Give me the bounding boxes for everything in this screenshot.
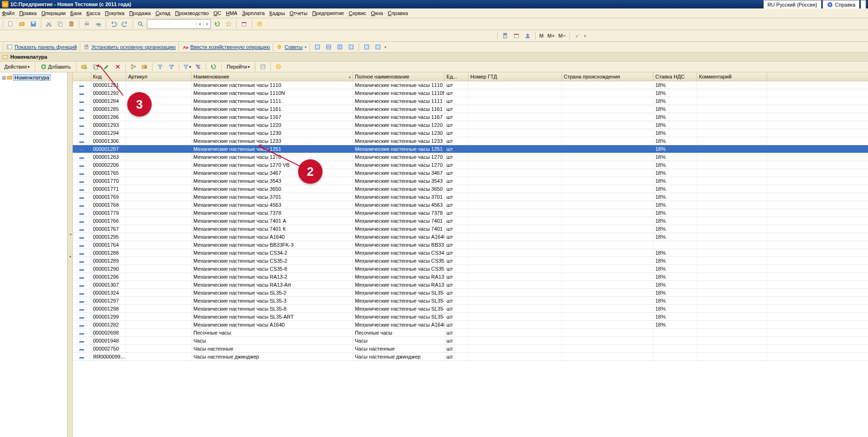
menu-item[interactable]: Банк [70,10,82,16]
table-row[interactable]: ▬000001284Механические настенные часы 11… [73,97,868,105]
user-icon[interactable] [523,31,532,40]
splitter-left[interactable]: ◂ [68,72,73,437]
col-gtd[interactable]: Номер ГТД [469,72,562,81]
menu-item[interactable]: ОС [214,10,222,16]
table-row[interactable]: ▬000001298Механические настенные часы SL… [73,305,868,313]
menu-item[interactable]: Зарплата [242,10,265,16]
search-input[interactable] [147,20,196,28]
table-row[interactable]: ▬000001294Механические настенные часы 12… [73,129,868,137]
tabs-dropdown[interactable]: ▾ [860,0,866,8]
table-row[interactable]: ▬000001285Механические настенные часы 11… [73,105,868,113]
window-tab-label[interactable]: Номенклатура [10,54,47,60]
filter1-icon[interactable] [155,62,165,71]
hierarchy-icon[interactable] [129,62,138,71]
combo-clear-icon[interactable]: × [203,22,210,27]
table-row[interactable]: ▬000001779Механические настенные часы 73… [73,209,868,217]
table-row[interactable]: ▬000001948ЧасыЧасышт [73,337,868,345]
table-row[interactable]: ▬000001293Механические настенные часы 12… [73,121,868,129]
new-doc-icon[interactable] [6,19,15,29]
info-icon[interactable]: i [255,19,264,29]
table-row[interactable]: ▬000001286Механические настенные часы 11… [73,113,868,121]
menu-item[interactable]: Производство [175,10,209,16]
table-row[interactable]: ▬000001769Механические настенные часы 37… [73,193,868,201]
menu-item[interactable]: Предприятие [312,10,344,16]
search-icon[interactable] [136,19,145,29]
col-comment[interactable]: Комментарий [697,72,767,81]
help2-icon[interactable]: ? [274,62,283,71]
menu-item[interactable]: Кадры [269,10,285,16]
table-row[interactable]: ▬000001307Механические настенные часы RA… [73,281,868,289]
table-row[interactable]: ▬000001288Механические настенные часы CS… [73,249,868,257]
table-row[interactable]: ▬000001768Механические настенные часы 45… [73,201,868,209]
col-full[interactable]: Полное наименование [353,72,445,81]
save-icon[interactable] [29,19,38,29]
goto-button[interactable]: Перейти▾ [224,62,253,71]
table-row[interactable]: ▬000001324Механические настенные часы SL… [73,289,868,297]
favorites-icon[interactable] [224,19,233,29]
table-row[interactable]: ▬000001765Механические настенные часы 34… [73,169,868,177]
paste-icon[interactable] [67,19,76,29]
table-row[interactable]: ▬000001289Механические настенные часы CS… [73,257,868,265]
menu-item[interactable]: Касса [86,10,100,16]
filter-off-icon[interactable] [193,62,203,71]
menu-item[interactable]: Окна [371,10,383,16]
col-unit[interactable]: Ед... [445,72,469,81]
menu-item[interactable]: Покупка [105,10,125,16]
table-row[interactable]: ▬000001297Механические настенные часы SL… [73,297,868,305]
refresh2-icon[interactable] [209,62,218,71]
table-row[interactable]: ▬000001770Механические настенные часы 35… [73,177,868,185]
table-row[interactable]: ▬000001771Механические настенные часы 36… [73,185,868,193]
menu-item[interactable]: Сервис [349,10,367,16]
table-row[interactable]: ▬000001295Механические настенные часы A1… [73,233,868,241]
filter3-icon[interactable]: ▾ [182,62,192,71]
menu-item[interactable]: Продажа [129,10,151,16]
expand-icon[interactable]: ⊞ [1,75,7,81]
col-art[interactable]: Артикул [126,72,192,81]
table-row[interactable]: ▬000001296Механические настенные часы RA… [73,273,868,281]
table-row[interactable]: ▬000001282Механические настенные часы А1… [73,321,868,329]
tree-root-label[interactable]: Номенклатура [13,74,51,81]
col-country[interactable]: Страна происхождения [562,72,653,81]
add-button[interactable]: Добавить [38,62,73,71]
calendar-icon[interactable] [239,19,249,29]
redo-icon[interactable] [120,19,130,29]
report5-icon[interactable] [362,42,371,52]
actions-button[interactable]: Действия▾ [2,62,32,71]
set-org-link[interactable]: Установить основную организацию [92,44,176,50]
table-row[interactable]: ▬000001287Механические настенные часы 12… [73,145,868,153]
menu-item[interactable]: Отчеты [290,10,307,16]
report3-icon[interactable] [335,42,345,52]
table-row[interactable]: ▬000001767Механические настенные часы 74… [73,225,868,233]
add-folder-icon[interactable] [79,62,89,71]
delete-icon[interactable] [113,62,123,71]
table-row[interactable]: ▬ЯЯ0000099...Часы настенные джинджерЧасы… [73,353,868,361]
print-preview-icon[interactable] [93,19,103,29]
memory-mplus[interactable]: M+ [546,33,556,39]
table-row[interactable]: ▬000001291Механические настенные часы 11… [73,81,868,89]
table-row[interactable]: ▬000002698Песочные часыПесочные часышт [73,329,868,337]
move-icon[interactable] [140,62,149,71]
memory-mminus[interactable]: M− [558,33,567,39]
report6-icon[interactable] [373,42,383,52]
wrench-icon[interactable] [573,31,582,40]
col-name[interactable]: Наименование [192,72,353,81]
refresh-icon[interactable] [213,19,222,29]
language-tab[interactable]: RU Русский (Россия) [763,0,822,8]
tips-link[interactable]: Советы [284,44,302,50]
filter2-icon[interactable] [167,62,176,71]
report4-icon[interactable] [346,42,356,52]
table-row[interactable]: ▬000001283Механические настенные часы 12… [73,153,868,161]
enter-op-link[interactable]: Ввести хозяйственную операцию [190,44,270,50]
menu-item[interactable]: Справка [388,10,408,16]
table-row[interactable]: ▬000001292Механические настенные часы 11… [73,89,868,97]
table-row[interactable]: ▬000002206Механические настенные часы 12… [73,161,868,169]
menu-item[interactable]: Операции [41,10,65,16]
grid-body[interactable]: ▬000001291Механические настенные часы 11… [73,81,868,437]
table-row[interactable]: ▬000001290Механические настенные часы CS… [73,265,868,273]
menu-item[interactable]: НМА [226,10,237,16]
splitter-bottom[interactable]: ◂ [68,232,73,236]
calendar2-icon[interactable] [512,31,521,40]
table-row[interactable]: ▬000001766Механические настенные часы 74… [73,217,868,225]
combo-drop-icon[interactable]: ▾ [196,22,203,26]
menu-item[interactable]: Файл [2,10,15,16]
